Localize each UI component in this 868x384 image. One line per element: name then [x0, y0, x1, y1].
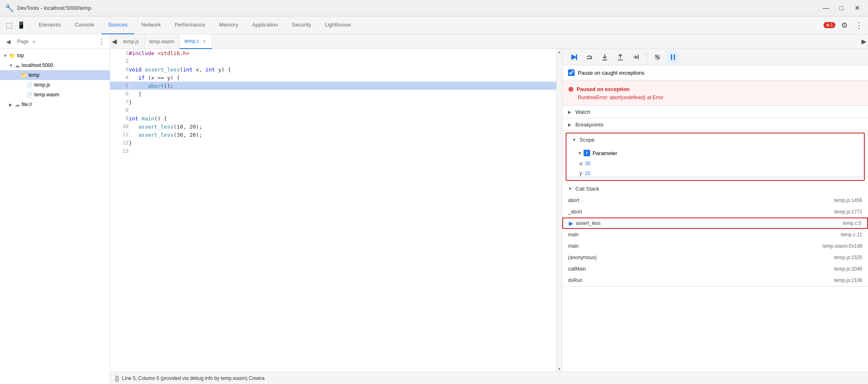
call-stack-abort[interactable]: abort temp.js:1456 [562, 195, 868, 206]
tree-item-tempjs[interactable]: 📄 temp.js [0, 80, 110, 90]
code-scrollbar[interactable]: ▲ ▼ [556, 49, 562, 372]
cs-name-main-c: main [568, 232, 579, 238]
tab-memory[interactable]: Memory [213, 16, 245, 34]
call-stack-doRun[interactable]: doRun temp.js:2106 [562, 275, 868, 286]
call-stack-callMain[interactable]: callMain temp.js:2046 [562, 263, 868, 275]
step-into-button[interactable] [598, 51, 611, 64]
file-tab-tempjs[interactable]: temp.js [118, 34, 144, 49]
devtools-body: ◀ Page » ⋮ ▼ 📁 top ▼ ☁ localhost:5000 [0, 34, 868, 384]
cs-loc-callMain: temp.js:2046 [834, 266, 862, 272]
scroll-up-arrow[interactable]: ▲ [557, 49, 562, 55]
close-tab-button[interactable]: ✕ [202, 38, 207, 44]
paused-exception-box: ⊗ Paused on exception RuntimeError: abor… [562, 80, 868, 106]
sidebar-toolbar: ◀ Page » ⋮ [0, 34, 110, 49]
file-tab-bar: ◀ temp.js temp.wasm temp.c ✕ ▶ [110, 34, 868, 49]
cs-loc-anonymous: temp.js:1525 [834, 255, 862, 260]
close-button[interactable]: ✕ [851, 4, 863, 12]
parameter-label: Parameter [593, 150, 617, 156]
tree-label-localhost: localhost:5000 [22, 62, 53, 68]
minimize-button[interactable]: — [820, 4, 832, 12]
scope-y-row: y: 20 [566, 169, 864, 178]
cs-name-anonymous: (anonymous) [568, 255, 597, 260]
scope-header[interactable]: ▼ Scope [566, 133, 864, 146]
call-stack-_abort[interactable]: _abort temp.js:1771 [562, 206, 868, 218]
code-line-4: 4 if (x >= y) { [110, 73, 556, 82]
breakpoints-header[interactable]: ▶ Breakpoints [562, 118, 868, 131]
code-line-11: 11 assert_less(30, 20); [110, 131, 556, 139]
file-nav-right[interactable]: ▶ [860, 36, 868, 47]
call-stack-header[interactable]: ▼ Call Stack [562, 182, 868, 195]
resume-button[interactable] [567, 51, 580, 64]
more-options-button[interactable]: ⋮ [853, 20, 865, 31]
code-line-10: 10 assert_less(10, 20); [110, 122, 556, 131]
tab-lighthouse[interactable]: Lighthouse [318, 16, 357, 34]
watch-header[interactable]: ▶ Watch [562, 106, 868, 118]
device-toolbar-button[interactable]: 📱 [16, 20, 27, 31]
tree-item-temp[interactable]: 📁 temp [0, 70, 110, 80]
watch-label: Watch [575, 109, 590, 115]
breakpoints-section: ▶ Breakpoints [562, 118, 868, 131]
call-stack-anonymous[interactable]: (anonymous) temp.js:1525 [562, 252, 868, 263]
scope-y-label: y: [579, 171, 583, 176]
step-over-button[interactable] [583, 51, 596, 64]
pause-on-exceptions-button[interactable] [666, 51, 679, 64]
step-out-button[interactable] [614, 51, 627, 64]
code-line-3: 3 void assert_less(int x, int y) { [110, 65, 556, 73]
paused-detail: RuntimeError: abort(undefined) at Error [568, 95, 862, 100]
call-stack-arrow: ▼ [568, 186, 573, 191]
tab-elements[interactable]: Elements [32, 16, 67, 34]
watch-arrow: ▶ [568, 110, 573, 114]
tab-network[interactable]: Network [135, 16, 168, 34]
settings-button[interactable]: ⚙ [839, 20, 850, 31]
inspect-element-button[interactable]: ⬚ [3, 20, 15, 31]
maximize-button[interactable]: □ [835, 4, 848, 12]
code-editor[interactable]: 1 #include <stdlib.h> 2 3 void assert_le… [110, 49, 556, 372]
scroll-track[interactable] [557, 55, 562, 366]
cloud-icon-localhost: ☁ [15, 62, 20, 69]
tree-item-top[interactable]: ▼ 📁 top [0, 51, 110, 60]
step-button[interactable] [629, 51, 642, 64]
cloud-icon-file: ☁ [15, 102, 20, 108]
scope-y-value: 20 [585, 171, 590, 176]
tab-application[interactable]: Application [246, 16, 285, 34]
cs-loc-doRun: temp.js:2106 [834, 277, 862, 283]
tab-console[interactable]: Console [68, 16, 101, 34]
call-stack-list: abort temp.js:1456 _abort temp.js:1771 [562, 195, 868, 286]
right-scroll-area[interactable]: Pause on caught exceptions ⊗ Paused on e… [562, 65, 868, 372]
call-stack-assert_less[interactable]: ▶ assert_less temp.c:5 [562, 218, 868, 229]
tab-performance[interactable]: Performance [168, 16, 211, 34]
file-tab-tempc[interactable]: temp.c ✕ [180, 34, 212, 49]
deactivate-breakpoints-button[interactable] [651, 51, 664, 64]
sidebar-page-label: Page [15, 38, 31, 45]
tab-sources[interactable]: Sources [102, 16, 134, 34]
sidebar-more-button[interactable]: ⋮ [97, 37, 107, 47]
svg-rect-12 [674, 54, 675, 60]
pause-exceptions-checkbox[interactable] [568, 69, 575, 76]
arrow-top: ▼ [3, 53, 9, 58]
call-stack-main-wasm[interactable]: main temp.wasm:0x1d9 [562, 240, 868, 252]
tree-item-file[interactable]: ▶ ☁ file:// [0, 100, 110, 109]
tab-security[interactable]: Security [285, 16, 317, 34]
cs-name-callMain: callMain [568, 266, 586, 272]
code-line-8: 8 [110, 106, 556, 114]
code-table: 1 #include <stdlib.h> 2 3 void assert_le… [110, 49, 556, 155]
folder-icon-top: 📁 [9, 53, 16, 59]
cs-loc-assert_less: temp.c:5 [843, 220, 861, 226]
titlebar-controls: — □ ✕ [820, 4, 863, 12]
sidebar-collapse-button[interactable]: ◀ [3, 37, 13, 47]
scope-section: ▼ Scope ▼ f Parameter [566, 133, 865, 181]
cs-loc-main-c: temp.c:11 [841, 232, 862, 238]
arrow-localhost: ▼ [9, 63, 15, 68]
scroll-down-arrow[interactable]: ▼ [557, 366, 562, 372]
code-line-12: 12 } [110, 139, 556, 147]
tree-item-localhost[interactable]: ▼ ☁ localhost:5000 [0, 60, 110, 70]
file-nav-left[interactable]: ◀ [110, 36, 118, 47]
call-stack-main-c[interactable]: main temp.c:11 [562, 229, 868, 240]
tree-label-file: file:// [22, 102, 32, 107]
file-tab-tempwasm[interactable]: temp.wasm [144, 34, 180, 49]
cs-name-doRun: doRun [568, 277, 582, 283]
svg-rect-11 [671, 54, 672, 60]
parameter-header[interactable]: ▼ f Parameter [566, 147, 864, 159]
arrow-file: ▶ [9, 102, 15, 107]
tree-item-tempwasm[interactable]: 📄 temp.wasm [0, 90, 110, 100]
